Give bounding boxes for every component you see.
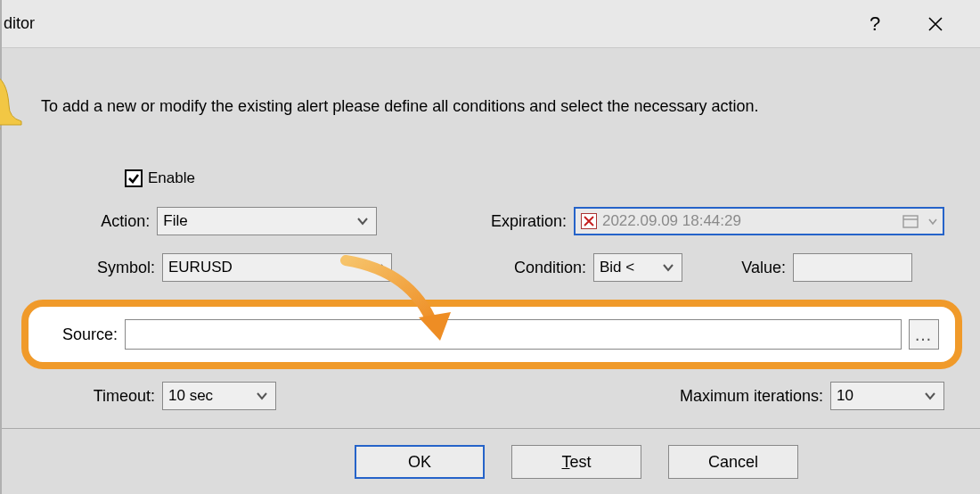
chevron-down-icon <box>372 259 384 276</box>
titlebar: ditor ? <box>2 0 980 48</box>
chevron-down-icon <box>928 212 937 230</box>
calendar-icon <box>902 214 919 228</box>
enable-label: Enable <box>148 169 195 187</box>
condition-label: Condition: <box>497 259 586 277</box>
value-label: Value: <box>732 259 786 277</box>
symbol-condition-row: Symbol: EURUSD Condition: Bid < Value: <box>48 253 944 282</box>
button-row: OK Test Cancel <box>48 445 944 479</box>
expiration-value: 2022.09.09 18:44:29 <box>602 212 894 230</box>
intro-text: To add a new or modify the existing aler… <box>41 97 758 116</box>
action-expiration-row: Action: File Expiration: 2022.09.09 18:4… <box>48 207 944 235</box>
enable-row: Enable <box>125 169 944 187</box>
intro-row: To add a new or modify the existing aler… <box>2 75 944 137</box>
max-iterations-combo[interactable]: 10 <box>830 382 944 410</box>
x-icon <box>584 216 594 226</box>
chevron-down-icon <box>662 259 674 276</box>
browse-button[interactable]: … <box>909 319 939 350</box>
action-label: Action: <box>48 212 150 231</box>
max-iterations-label: Maximum iterations: <box>680 387 823 406</box>
test-button[interactable]: Test <box>511 445 641 479</box>
ok-button[interactable]: OK <box>355 445 485 479</box>
symbol-value: EURUSD <box>168 259 233 276</box>
expiration-field[interactable]: 2022.09.09 18:44:29 <box>574 207 944 235</box>
timeout-label: Timeout: <box>48 387 155 406</box>
action-value: File <box>163 212 187 230</box>
enable-checkbox[interactable] <box>125 169 143 187</box>
chevron-down-icon <box>924 387 936 405</box>
timeout-maxiter-row: Timeout: 10 sec Maximum iterations: 10 <box>48 382 944 410</box>
close-button[interactable] <box>919 8 951 40</box>
max-iterations-value: 10 <box>837 387 853 405</box>
bell-icon <box>0 75 25 137</box>
cancel-button[interactable]: Cancel <box>668 445 798 479</box>
close-icon <box>927 16 943 32</box>
action-combo[interactable]: File <box>157 207 376 235</box>
form-area: Enable Action: File Expiration: 2022.09.… <box>2 169 944 479</box>
symbol-combo[interactable]: EURUSD <box>162 253 392 282</box>
help-button[interactable]: ? <box>859 8 891 40</box>
dialog-content: To add a new or modify the existing aler… <box>2 48 980 494</box>
condition-value: Bid < <box>600 259 634 276</box>
chevron-down-icon <box>356 212 369 230</box>
divider <box>2 428 980 429</box>
condition-combo[interactable]: Bid < <box>593 253 682 282</box>
window-title: ditor <box>2 14 35 33</box>
cancel-label: Cancel <box>708 453 758 472</box>
value-input[interactable] <box>793 253 912 282</box>
timeout-combo[interactable]: 10 sec <box>162 382 276 410</box>
test-label: Test <box>561 453 591 472</box>
expiration-label: Expiration: <box>482 212 567 231</box>
timeout-value: 10 sec <box>168 387 213 405</box>
source-input[interactable] <box>125 319 902 350</box>
title-controls: ? <box>859 8 973 40</box>
svg-rect-1 <box>903 216 918 227</box>
chevron-down-icon <box>256 387 268 405</box>
alert-editor-dialog: ditor ? To add a new or modify the exist… <box>0 0 980 494</box>
clear-expiration-button[interactable] <box>581 213 597 229</box>
symbol-label: Symbol: <box>48 259 155 277</box>
ok-label: OK <box>408 453 431 472</box>
source-highlight: Source: … <box>21 300 962 369</box>
check-icon <box>127 172 140 185</box>
calendar-button[interactable] <box>900 211 921 231</box>
source-label: Source: <box>29 325 118 344</box>
